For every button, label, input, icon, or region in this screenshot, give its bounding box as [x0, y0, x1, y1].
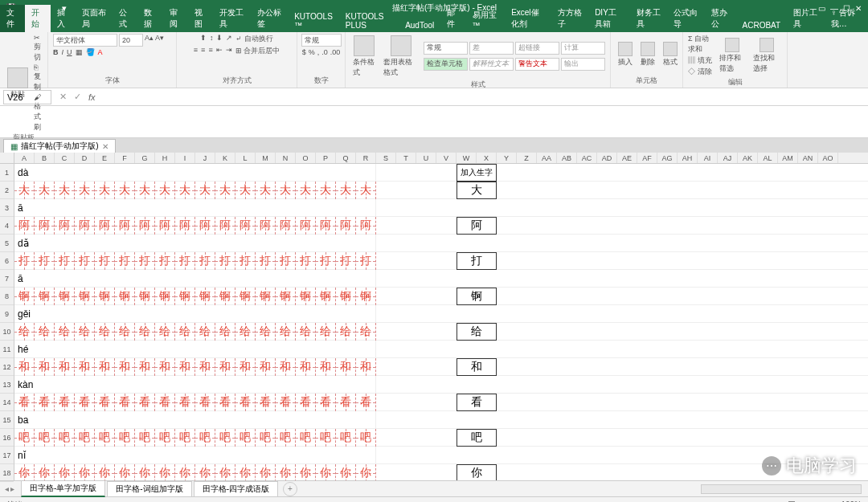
cut-button[interactable]: ✂ 剪切	[34, 34, 43, 63]
practice-row[interactable]: 锕锕锕锕锕锕锕锕锕锕锕锕锕锕锕锕锕锕锕	[14, 288, 868, 305]
row-header[interactable]: 3	[0, 199, 14, 217]
col-header[interactable]: O	[296, 153, 316, 163]
row-header[interactable]: 5	[0, 235, 14, 252]
tab-file[interactable]: 文件	[0, 5, 25, 32]
col-header[interactable]: N	[276, 153, 296, 163]
practice-cell[interactable]: 打	[316, 252, 336, 270]
practice-cell[interactable]: 吧	[14, 429, 35, 447]
row-header[interactable]: 11	[0, 341, 14, 358]
practice-cell[interactable]: 你	[316, 464, 336, 480]
practice-cell[interactable]: 阿	[155, 217, 175, 235]
practice-cell[interactable]: 打	[35, 252, 55, 270]
col-header[interactable]: W	[457, 153, 477, 163]
new-sheet-button[interactable]: +	[283, 482, 297, 496]
col-header[interactable]: D	[75, 153, 95, 163]
col-header[interactable]: P	[316, 153, 336, 163]
style-good[interactable]: 检查单元格	[424, 58, 468, 71]
practice-cell[interactable]: 锕	[55, 288, 75, 305]
practice-cell[interactable]: 大	[256, 182, 276, 199]
practice-cell[interactable]: 和	[256, 358, 276, 376]
practice-cell[interactable]: 你	[155, 464, 175, 480]
practice-cell[interactable]: 阿	[55, 217, 75, 235]
style-link[interactable]: 超链接	[515, 42, 559, 55]
practice-cell[interactable]: 打	[75, 252, 95, 270]
practice-cell[interactable]: 看	[115, 394, 135, 411]
practice-cell[interactable]: 看	[356, 394, 376, 411]
tab-picture[interactable]: 图片工具	[787, 5, 824, 32]
practice-cell[interactable]: 锕	[115, 288, 135, 305]
pinyin-cell[interactable]: nǐ	[14, 447, 376, 463]
pinyin-row[interactable]: ba	[14, 411, 868, 429]
tab-acrobat[interactable]: ACROBAT	[736, 18, 788, 32]
source-char-cell[interactable]: 给	[457, 323, 497, 341]
practice-row[interactable]: 看看看看看看看看看看看看看看看看看看看	[14, 394, 868, 411]
pinyin-cell[interactable]: gěi	[14, 305, 376, 322]
practice-cell[interactable]: 你	[35, 464, 55, 480]
practice-cell[interactable]: 打	[256, 252, 276, 270]
practice-cell[interactable]: 你	[55, 464, 75, 480]
row-header[interactable]: 15	[0, 411, 14, 429]
col-header[interactable]: AH	[678, 153, 698, 163]
practice-cell[interactable]: 吧	[95, 429, 115, 447]
col-header[interactable]: AO	[818, 153, 838, 163]
practice-cell[interactable]: 和	[14, 358, 35, 376]
practice-cell[interactable]: 锕	[336, 288, 356, 305]
practice-cell[interactable]: 看	[336, 394, 356, 411]
sort-filter-button[interactable]: 排序和筛选	[717, 36, 748, 76]
col-header[interactable]: AM	[778, 153, 798, 163]
practice-cell[interactable]: 打	[215, 252, 235, 270]
practice-cell[interactable]: 给	[356, 323, 376, 341]
row-header[interactable]: 6	[0, 252, 14, 270]
practice-cell[interactable]: 锕	[256, 288, 276, 305]
style-neutral[interactable]: 解释性文本	[469, 58, 514, 71]
practice-cell[interactable]: 锕	[316, 288, 336, 305]
row-header[interactable]: 7	[0, 270, 14, 288]
col-header[interactable]: AC	[577, 153, 597, 163]
col-header[interactable]: AJ	[718, 153, 738, 163]
workbook-tab[interactable]: ▦ 描红字帖(手动加字版) ✕	[3, 139, 116, 153]
practice-cell[interactable]: 你	[75, 464, 95, 480]
practice-row[interactable]: 打打打打打打打打打打打打打打打打打打打	[14, 252, 868, 270]
tab-catalyst[interactable]: Excel催化剂	[505, 5, 551, 32]
practice-cell[interactable]: 和	[356, 358, 376, 376]
row-header[interactable]: 9	[0, 305, 14, 323]
pinyin-row[interactable]: nǐ	[14, 447, 868, 464]
name-box[interactable]: V26	[3, 90, 51, 104]
col-header[interactable]: R	[356, 153, 376, 163]
col-header[interactable]: S	[376, 153, 396, 163]
practice-cell[interactable]: 打	[296, 252, 316, 270]
sheet-tab-1[interactable]: 田字格-单字加字版	[21, 480, 105, 497]
practice-cell[interactable]: 锕	[235, 288, 256, 305]
practice-cell[interactable]: 大	[115, 182, 135, 199]
tab-ezuse[interactable]: 易用宝 ™	[466, 7, 506, 32]
col-header[interactable]: K	[215, 153, 235, 163]
col-header[interactable]: T	[396, 153, 416, 163]
practice-cell[interactable]: 吧	[316, 429, 336, 447]
practice-cell[interactable]: 大	[296, 182, 316, 199]
source-char-cell[interactable]: 和	[457, 358, 497, 376]
format-cells-button[interactable]: 格式	[661, 40, 680, 69]
currency-icon[interactable]: $	[302, 48, 306, 56]
row-header[interactable]: 18	[0, 464, 14, 482]
practice-cell[interactable]: 锕	[155, 288, 175, 305]
tab-review[interactable]: 审阅	[163, 5, 188, 32]
col-header[interactable]: V	[436, 153, 457, 163]
practice-row[interactable]: 和和和和和和和和和和和和和和和和和和和	[14, 358, 868, 376]
pinyin-row[interactable]: kàn	[14, 376, 868, 394]
source-char-cell[interactable]: 大	[457, 182, 497, 199]
col-header[interactable]: C	[55, 153, 75, 163]
font-name-select[interactable]: 华文楷体	[53, 34, 117, 47]
practice-cell[interactable]: 大	[75, 182, 95, 199]
practice-cell[interactable]: 锕	[195, 288, 215, 305]
formula-bar-expanded[interactable]	[0, 106, 868, 138]
practice-cell[interactable]: 吧	[336, 429, 356, 447]
tab-formula-guide[interactable]: 公式向导	[667, 5, 704, 32]
col-header[interactable]: E	[95, 153, 115, 163]
practice-cell[interactable]: 大	[316, 182, 336, 199]
align-middle-icon[interactable]: ↕	[210, 34, 214, 44]
practice-cell[interactable]: 给	[135, 323, 155, 341]
practice-cell[interactable]: 和	[336, 358, 356, 376]
practice-cell[interactable]: 阿	[215, 217, 235, 235]
practice-cell[interactable]: 给	[14, 323, 35, 341]
source-char-cell[interactable]: 你	[457, 464, 497, 480]
